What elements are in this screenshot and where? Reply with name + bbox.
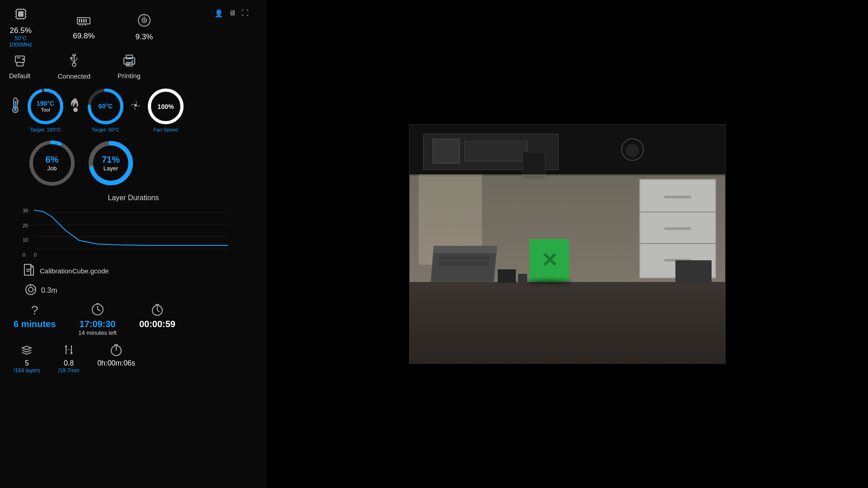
desk-object-right <box>675 260 712 283</box>
memory-icon <box>76 14 91 30</box>
distance-value: 0.3m <box>41 286 57 295</box>
file-row: CalibrationCube.gcode <box>23 263 258 278</box>
timer-icon <box>151 303 164 318</box>
layer-durations-chart: 30 20 10 0 0 <box>23 208 240 258</box>
status-printing-label: Printing <box>118 72 141 80</box>
status-row: Default Connected <box>9 54 258 80</box>
tool-temp-target: Target: 190°C <box>30 127 61 132</box>
layers-value: 5 <box>25 359 29 367</box>
svg-rect-64 <box>26 269 32 270</box>
layer-progress-gauge[interactable]: 71% Layer <box>86 138 136 188</box>
chart-y-0: 0 <box>23 252 34 258</box>
height-stat: 0.8 /19.7mm <box>58 343 80 374</box>
distance-row: 0.3m <box>25 284 258 297</box>
timer2-icon <box>110 343 123 358</box>
cpu-temp: 50°C <box>14 35 27 42</box>
cpu-freq: 1000MHz <box>9 42 32 48</box>
layer-time-value: 00:00:59 <box>139 319 175 329</box>
expand-icon: ⛶ <box>241 9 249 18</box>
cpu-icon <box>14 7 28 24</box>
status-connected[interactable]: Connected <box>58 54 91 80</box>
tool-temp-label: Tool <box>37 107 54 113</box>
svg-point-43 <box>14 108 17 111</box>
tool-temp-gauge[interactable]: 190°C Tool Target: 190°C <box>26 87 65 132</box>
svg-rect-18 <box>85 19 87 23</box>
chart-y-20: 20 <box>23 223 34 228</box>
time-row: ? 6 minutes 17:09:30 14 minutes left <box>14 303 258 336</box>
layer-progress-label: Layer <box>102 165 120 172</box>
job-progress-label: Job <box>46 165 59 172</box>
svg-line-72 <box>98 310 100 311</box>
job-progress-value: 6% <box>46 155 59 165</box>
svg-point-48 <box>73 108 78 112</box>
svg-rect-16 <box>81 19 82 23</box>
clock-icon <box>91 303 104 318</box>
layers-stat: 5 /164 layers <box>14 343 40 374</box>
layer-durations-label: Layer Durations <box>9 194 258 202</box>
svg-rect-37 <box>127 63 131 64</box>
chart-y-30: 30 <box>23 208 34 213</box>
svg-rect-1 <box>18 11 24 17</box>
right-panel: ✕ <box>267 0 868 488</box>
print-time-value: 17:09:30 <box>80 319 116 329</box>
status-default-label: Default <box>9 72 31 80</box>
desk-object-2 <box>498 269 516 283</box>
status-printing[interactable]: Printing <box>118 54 141 80</box>
temp-sensor-icon <box>9 97 22 113</box>
print-time-item: 17:09:30 14 minutes left <box>78 303 117 336</box>
memory-stat: 69.8% <box>73 14 94 41</box>
tool-temp-value: 190°C <box>37 100 54 107</box>
svg-rect-29 <box>17 57 20 58</box>
layers-sub: /164 layers <box>14 367 40 374</box>
disk-icon <box>137 13 151 31</box>
fan-speed-gauge[interactable]: 100% Fan Speed <box>146 87 185 132</box>
svg-rect-15 <box>79 19 80 23</box>
svg-rect-65 <box>26 271 30 272</box>
chart-y-10: 10 <box>23 237 34 243</box>
job-progress-gauge[interactable]: 6% Job <box>27 138 77 188</box>
bed-temp-target: Target: 60°C <box>92 127 119 132</box>
fan-icon <box>129 99 142 112</box>
job-layer-row: 6% Job 71% Layer <box>27 138 258 188</box>
svg-point-51 <box>134 104 137 107</box>
bottom-stats: 5 /164 layers 0.8 /19.7mm <box>14 343 258 374</box>
height-sub: /19.7mm <box>58 367 80 374</box>
layers-icon <box>20 343 33 358</box>
bed-temp-gauge[interactable]: 60°C Target: 60°C <box>86 87 125 132</box>
desk-object-1 <box>431 246 497 282</box>
print-time-sub: 14 minutes left <box>78 329 117 336</box>
elapsed-value: 6 minutes <box>14 319 56 329</box>
memory-value: 69.8% <box>73 32 94 41</box>
left-panel: 26.5% 50°C 1000MHz 69.8% <box>0 0 267 488</box>
height-icon <box>62 343 75 358</box>
disk-stat: 9.3% <box>136 13 153 42</box>
question-icon: ? <box>31 303 38 318</box>
cpu-stat: 26.5% 50°C 1000MHz <box>9 7 32 48</box>
top-right-icons: 👤 🖥 ⛶ <box>214 9 249 18</box>
svg-rect-27 <box>17 62 23 66</box>
svg-rect-17 <box>83 19 85 23</box>
fan-speed-label: Fan Speed <box>154 127 178 132</box>
svg-rect-38 <box>127 65 129 66</box>
svg-line-75 <box>157 310 160 312</box>
printing-icon <box>123 54 136 70</box>
layer-time-item: 00:00:59 <box>139 303 175 329</box>
camera-sensor <box>621 138 644 161</box>
cube-shadow <box>527 280 571 284</box>
layer-duration-stat: 0h:00m:06s <box>97 343 135 367</box>
fan-speed-value: 100% <box>158 103 174 110</box>
cpu-value: 26.5% <box>10 26 32 35</box>
status-connected-label: Connected <box>58 72 91 80</box>
height-value: 0.8 <box>64 359 74 367</box>
camera-feed: ✕ <box>409 124 726 364</box>
usb-icon <box>68 54 80 70</box>
status-default[interactable]: Default <box>9 54 31 80</box>
svg-point-39 <box>132 60 133 62</box>
display-icon: 🖥 <box>229 9 236 18</box>
svg-point-67 <box>28 287 33 292</box>
green-cube: ✕ <box>529 239 569 282</box>
svg-point-24 <box>143 19 145 21</box>
system-stats: 26.5% 50°C 1000MHz 69.8% <box>9 7 258 48</box>
svg-text:0: 0 <box>34 252 37 258</box>
layer-progress-value: 71% <box>102 155 120 165</box>
